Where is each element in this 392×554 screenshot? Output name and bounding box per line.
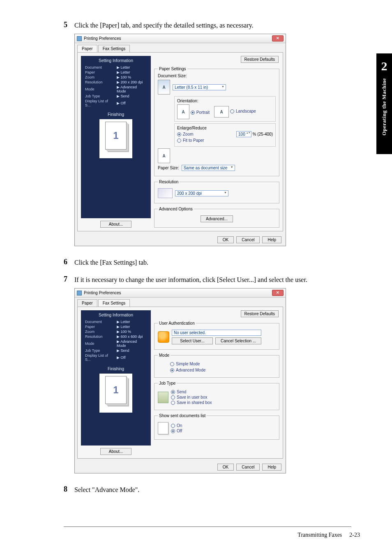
footer-page-number: 2-23: [349, 532, 360, 538]
document-size-icon: A: [158, 80, 170, 95]
step-text: Click the [Paper] tab, and specify the d…: [74, 21, 254, 30]
portrait-icon: A: [177, 104, 189, 119]
step-text: If it is necessary to change the user in…: [74, 275, 307, 285]
printing-preferences-dialog-paper: Printing Preferences ✕ Paper Fax Setting…: [74, 34, 286, 246]
enlarge-reduce-subgroup: Enlarge/Reduce Zoom 100 % (25-400) Fit t…: [174, 123, 276, 147]
step-number: 7: [64, 275, 70, 284]
setting-information-panel: Setting Information Document▶ Letter Pap…: [81, 310, 151, 446]
step-number: 6: [64, 258, 70, 266]
job-save-shared-box-radio[interactable]: Save in shared box: [171, 400, 212, 405]
help-button[interactable]: Help: [262, 464, 281, 471]
step-text: Click the [Fax Settings] tab.: [74, 258, 148, 268]
footer-section-title: Transmitting Faxes: [297, 532, 342, 538]
window-title: Printing Preferences: [84, 36, 121, 41]
tab-paper[interactable]: Paper: [77, 299, 97, 307]
cancel-button[interactable]: Cancel: [236, 464, 260, 471]
advanced-options-legend: Advanced Options: [158, 207, 194, 211]
paper-size-icon: A: [158, 148, 170, 163]
about-button[interactable]: About...: [100, 221, 131, 228]
tab-paper[interactable]: Paper: [77, 45, 97, 52]
about-button[interactable]: About...: [100, 448, 131, 455]
tab-fax-settings[interactable]: Fax Settings: [98, 299, 130, 307]
user-authentication-group: User Authentication No user selected. Se…: [154, 321, 279, 350]
cancel-selection-button[interactable]: Cancel Selection ...: [215, 337, 261, 344]
finishing-preview: 1: [99, 374, 132, 413]
finishing-header: Finishing: [83, 112, 148, 117]
zoom-spinner[interactable]: 100: [236, 131, 251, 137]
job-type-icon: [158, 392, 168, 403]
job-send-radio[interactable]: Send: [171, 390, 212, 394]
ok-button[interactable]: OK: [217, 236, 234, 243]
document-size-label: Document Size:: [158, 74, 276, 78]
show-sent-legend: Show sent documents list: [158, 413, 207, 418]
side-chapter-tab: 2 Operating the Machine: [376, 53, 392, 154]
mode-group: Mode Simple Mode Advanced Mode: [154, 353, 279, 378]
orientation-subgroup: Orientation: A Portrait A Landscape: [174, 96, 276, 122]
restore-defaults-button[interactable]: Restore Defaults: [241, 56, 279, 63]
printing-preferences-dialog-fax: Printing Preferences ✕ Paper Fax Setting…: [74, 288, 286, 473]
step-number: 8: [64, 485, 70, 494]
step-number: 5: [64, 21, 70, 29]
titlebar: Printing Preferences ✕: [75, 289, 286, 298]
select-user-button[interactable]: Select User...: [172, 337, 213, 344]
cancel-button[interactable]: Cancel: [236, 236, 260, 243]
advanced-button[interactable]: Advanced...: [201, 215, 233, 222]
ok-button[interactable]: OK: [217, 464, 234, 471]
showlist-on-radio[interactable]: On: [171, 423, 182, 428]
orientation-landscape-radio[interactable]: Landscape: [230, 109, 256, 113]
job-type-legend: Job Type: [158, 381, 177, 385]
advanced-options-group: Advanced Options Advanced...: [154, 207, 279, 228]
resolution-select[interactable]: 200 x 200 dpi: [175, 190, 228, 196]
user-auth-legend: User Authentication: [158, 321, 196, 325]
setting-info-header: Setting Information: [83, 313, 148, 317]
help-button[interactable]: Help: [262, 236, 281, 243]
app-icon: [77, 36, 82, 41]
chapter-label: Operating the Machine: [381, 78, 387, 136]
showlist-off-radio[interactable]: Off: [171, 429, 182, 433]
document-size-select[interactable]: Letter (8.5 x 11 in): [173, 84, 226, 90]
finishing-preview: 1: [99, 119, 132, 158]
restore-defaults-button[interactable]: Restore Defaults: [241, 310, 279, 317]
chapter-number: 2: [381, 59, 387, 73]
tab-fax-settings[interactable]: Fax Settings: [98, 45, 130, 52]
footer-rule: [64, 526, 351, 527]
mode-legend: Mode: [158, 353, 171, 358]
job-save-user-box-radio[interactable]: Save in user box: [171, 395, 212, 399]
job-type-group: Job Type Send Save in user box Save in s…: [154, 381, 279, 410]
orientation-portrait-radio[interactable]: Portrait: [191, 110, 210, 115]
setting-info-header: Setting Information: [83, 58, 148, 63]
window-title: Printing Preferences: [84, 291, 121, 295]
user-icon: [158, 331, 169, 343]
advanced-mode-radio[interactable]: Advanced Mode: [170, 368, 205, 372]
simple-mode-radio[interactable]: Simple Mode: [170, 362, 200, 366]
paper-settings-group: Paper Settings Document Size: A Letter (…: [154, 67, 279, 176]
titlebar: Printing Preferences ✕: [75, 34, 286, 43]
step-text: Select "Advance Mode".: [74, 485, 139, 495]
paper-size-select[interactable]: Same as document size: [182, 165, 235, 171]
close-icon[interactable]: ✕: [272, 35, 284, 42]
paper-settings-legend: Paper Settings: [158, 67, 187, 71]
resolution-group: Resolution 200 x 200 dpi: [154, 180, 279, 203]
resolution-icon: [158, 188, 173, 198]
zoom-radio[interactable]: Zoom: [177, 132, 194, 136]
resolution-legend: Resolution: [158, 180, 180, 184]
fit-to-paper-radio[interactable]: Fit to Paper: [177, 138, 204, 143]
zoom-range-label: % (25-400): [253, 132, 273, 136]
app-icon: [77, 291, 82, 295]
orientation-label: Orientation:: [177, 99, 273, 103]
document-list-icon: [158, 422, 168, 434]
close-icon[interactable]: ✕: [272, 290, 284, 296]
user-status-field: No user selected.: [172, 330, 261, 336]
finishing-header: Finishing: [83, 367, 148, 371]
setting-information-panel: Setting Information Document▶ Letter Pap…: [81, 56, 151, 218]
show-sent-documents-group: Show sent documents list On Off: [154, 413, 279, 440]
landscape-icon: A: [214, 106, 229, 118]
paper-size-label: Paper Size:: [158, 166, 179, 170]
enlarge-reduce-label: Enlarge/Reduce: [177, 126, 273, 130]
